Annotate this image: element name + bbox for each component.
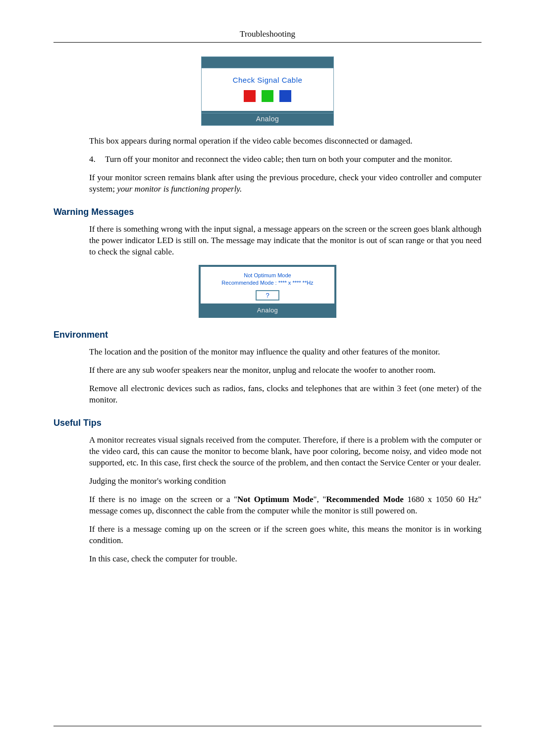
blue-swatch [279, 90, 291, 102]
paragraph: If there is something wrong with the inp… [54, 224, 482, 258]
osd2-footer: Analog [201, 305, 334, 316]
osd2-button-row: ? [203, 290, 332, 301]
paragraph: If your monitor screen remains blank aft… [54, 172, 482, 195]
osd-body: Check Signal Cable [201, 68, 334, 111]
paragraph: If there is no image on the screen or a … [54, 494, 482, 517]
paragraph: Judging the monitor's working condition [54, 476, 482, 487]
osd-not-optimum-figure: Not Optimum Mode Recommended Mode : ****… [54, 265, 482, 318]
bold-text: Recommended Mode [326, 495, 404, 504]
osd-check-signal-box: Check Signal Cable Analog [201, 56, 334, 126]
osd-check-signal-title: Check Signal Cable [205, 75, 330, 85]
bold-text: Not Optimum Mode [237, 495, 314, 504]
emphasis-text: your monitor is functioning properly. [117, 184, 242, 194]
osd-titlebar [201, 56, 334, 68]
osd2-footer-text: Analog [257, 306, 278, 314]
paragraph: Remove all electronic devices such as ra… [54, 383, 482, 406]
osd2-body: Not Optimum Mode Recommended Mode : ****… [201, 267, 334, 303]
text: ", " [314, 495, 326, 504]
osd-footer-text: Analog [256, 115, 279, 123]
page-footer-rule [54, 726, 482, 726]
paragraph: If there is a message coming up on the s… [54, 524, 482, 547]
heading-environment: Environment [54, 329, 482, 341]
page-header: Troubleshooting [54, 29, 482, 43]
text: If there is no image on the screen or a … [89, 495, 237, 504]
heading-warning-messages: Warning Messages [54, 206, 482, 218]
paragraph: The location and the position of the mon… [54, 347, 482, 358]
paragraph: A monitor recreates visual signals recei… [54, 435, 482, 469]
osd-not-optimum-box: Not Optimum Mode Recommended Mode : ****… [199, 265, 336, 318]
osd2-line1: Not Optimum Mode [203, 272, 332, 279]
paragraph: In this case, check the computer for tro… [54, 554, 482, 565]
header-title: Troubleshooting [240, 29, 295, 39]
list-text: Turn off your monitor and reconnect the … [105, 154, 482, 165]
list-number: 4. [89, 154, 105, 165]
red-swatch [244, 90, 256, 102]
question-mark-button: ? [256, 290, 279, 301]
paragraph: If there are any sub woofer speakers nea… [54, 365, 482, 376]
list-item-4: 4. Turn off your monitor and reconnect t… [54, 154, 482, 165]
rgb-swatches [205, 90, 330, 102]
osd-check-signal-figure: Check Signal Cable Analog [54, 56, 482, 126]
heading-useful-tips: Useful Tips [54, 417, 482, 429]
green-swatch [262, 90, 273, 102]
osd2-line2: Recommended Mode : **** x **** **Hz [203, 279, 332, 287]
osd-footer: Analog [201, 113, 334, 126]
paragraph: This box appears during normal operation… [54, 136, 482, 147]
